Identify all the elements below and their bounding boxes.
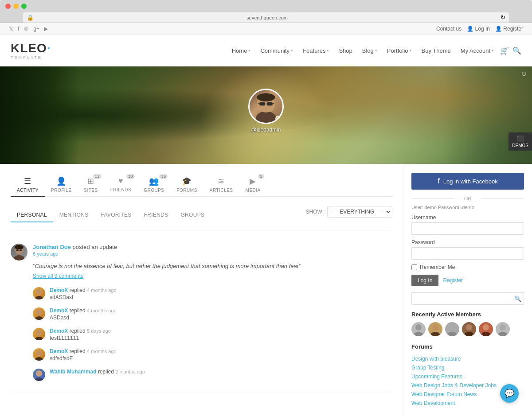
chevron-down-icon: ▾	[248, 48, 250, 53]
maximize-btn[interactable]	[21, 4, 27, 9]
filter-select[interactable]: — EVERYTHING —	[327, 206, 392, 218]
username-input[interactable]	[411, 222, 524, 235]
forum-link-1[interactable]: Design with pleasure	[411, 354, 524, 363]
tab-favorites[interactable]: FAVORITES	[95, 208, 138, 222]
member-avatar-6[interactable]	[496, 322, 510, 336]
google-plus-link[interactable]: g+	[33, 26, 39, 32]
tab-articles[interactable]: ≋ ARTICLES	[203, 173, 239, 196]
comment-5: Wahib Muhammad replied 2 months ago	[33, 365, 392, 385]
comment-2-time: 4 months ago	[87, 308, 117, 313]
tab-activity[interactable]: ☰ ACTIVITY	[11, 173, 45, 197]
media-icon: ▶	[250, 176, 256, 186]
pinterest-link[interactable]: ℗	[23, 26, 29, 32]
close-btn[interactable]	[5, 4, 11, 9]
nav-buy-theme[interactable]: Buy Theme	[418, 45, 454, 57]
nav-portfolio[interactable]: Portfolio ▾	[383, 45, 415, 57]
nav-shop[interactable]: Shop	[335, 45, 356, 57]
demos-badge[interactable]: ⬛ DEMOS	[509, 132, 532, 151]
comment-4-action: replied	[70, 348, 86, 354]
comment-5-action: replied	[98, 369, 114, 375]
tab-forums-label: FORUMS	[176, 188, 197, 193]
facebook-login-button[interactable]: f Log in with Facebook	[411, 173, 524, 190]
search-icon: 🔍	[514, 295, 521, 302]
logo[interactable]: KLEO· TEMPLATE	[11, 41, 51, 60]
login-link[interactable]: 👤 Log In	[467, 26, 490, 32]
show-label: SHOW:	[306, 209, 324, 215]
login-button[interactable]: Log In	[411, 275, 438, 286]
contact-link[interactable]: Contact us	[436, 26, 462, 32]
member-avatar-1[interactable]	[411, 322, 426, 336]
comment-5-user[interactable]: Wahib Muhammad	[50, 369, 97, 375]
tab-forums[interactable]: 🎓 FORUMS	[170, 173, 203, 196]
facebook-link[interactable]: f	[18, 26, 19, 32]
tab-sites[interactable]: ⊞ SITES 11	[78, 173, 104, 196]
search-icon[interactable]: 🔍	[512, 47, 521, 55]
remember-me-checkbox[interactable]	[411, 264, 417, 270]
sites-badge: 11	[93, 174, 102, 179]
profile-avatar[interactable]	[248, 89, 284, 124]
activity-filter: SHOW: — EVERYTHING —	[306, 206, 392, 218]
tab-groups[interactable]: 👥 GROUPS 36	[137, 173, 170, 196]
header: KLEO· TEMPLATE Home ▾ Community ▾ Featur…	[0, 35, 532, 66]
comment-3-avatar[interactable]	[33, 328, 45, 340]
cart-icon[interactable]: 🛒	[500, 47, 509, 55]
twitter-link[interactable]: 𝕏	[9, 26, 13, 32]
post-content: Jonathan Doe posted an update 6 years ag…	[33, 244, 392, 385]
nav-blog[interactable]: Blog ▾	[359, 45, 381, 57]
comment-5-avatar[interactable]	[33, 369, 45, 381]
comment-4-user[interactable]: DemoX	[50, 348, 68, 354]
chat-button[interactable]: 💬	[500, 384, 519, 403]
register-link[interactable]: 👤 Register	[495, 26, 523, 32]
tab-groups-activity[interactable]: GROUPS	[174, 208, 211, 222]
tab-friends[interactable]: ♥ FRIENDS 38	[104, 173, 137, 196]
nav-home[interactable]: Home ▾	[228, 45, 254, 57]
comment-2-user[interactable]: DemoX	[50, 307, 68, 314]
comment-4-avatar[interactable]	[33, 348, 45, 361]
search-button[interactable]: 🔍	[514, 295, 521, 302]
username-label: Username	[411, 214, 524, 221]
youtube-link[interactable]: ▶	[44, 26, 48, 32]
member-avatar-2[interactable]	[428, 322, 442, 336]
search-input[interactable]	[411, 292, 524, 305]
password-input[interactable]	[411, 247, 524, 260]
post-author-name[interactable]: Jonathan Doe	[33, 244, 71, 250]
tab-media[interactable]: ▶ MEDIA 5	[239, 173, 267, 196]
tab-personal[interactable]: PERSONAL	[11, 208, 53, 222]
svg-point-35	[481, 332, 490, 336]
svg-point-34	[483, 324, 489, 330]
refresh-icon[interactable]: ↻	[501, 14, 505, 21]
svg-point-33	[465, 332, 473, 336]
register-link[interactable]: Register	[443, 277, 463, 284]
comment-3-user[interactable]: DemoX	[50, 328, 68, 334]
recently-active-title: Recently Active Members	[411, 311, 524, 318]
chevron-down-icon: ▾	[375, 48, 377, 53]
nav-my-account[interactable]: My Account ▾	[457, 45, 497, 57]
member-avatar-4[interactable]	[462, 322, 476, 336]
comment-2-avatar[interactable]	[33, 307, 45, 320]
nav-features[interactable]: Features ▾	[299, 45, 332, 57]
show-comments-link[interactable]: Show all 9 comments	[33, 273, 392, 279]
comment-4-content: DemoX replied 4 months ago sdfsdfsdF	[50, 348, 392, 362]
tab-mentions[interactable]: MENTIONS	[53, 208, 95, 222]
main-panel: ☰ ACTIVITY 👤 PROFILE ⊞ SITES 11 ♥ FRIEND…	[0, 164, 403, 416]
minimize-btn[interactable]	[13, 4, 19, 9]
forum-link-2[interactable]: Group Testing	[411, 363, 524, 372]
svg-rect-4	[267, 102, 273, 105]
main-content: ☰ ACTIVITY 👤 PROFILE ⊞ SITES 11 ♥ FRIEND…	[0, 164, 532, 416]
post-author-avatar[interactable]	[11, 244, 27, 260]
svg-rect-3	[259, 102, 265, 105]
tab-friends-activity[interactable]: FRIENDS	[138, 208, 175, 222]
tab-profile[interactable]: 👤 PROFILE	[45, 173, 78, 196]
member-avatar-5[interactable]	[479, 322, 493, 336]
main-nav: Home ▾ Community ▾ Features ▾ Shop Blog …	[228, 45, 521, 57]
toggle-icon[interactable]: ⊙	[521, 70, 527, 77]
profile-verified-badge	[275, 116, 282, 122]
tab-articles-label: ARTICLES	[210, 188, 233, 193]
forum-link-3[interactable]: Upcomming Features	[411, 372, 524, 381]
nav-community[interactable]: Community ▾	[257, 45, 297, 57]
svg-rect-13	[20, 249, 22, 251]
comment-1-avatar[interactable]	[33, 287, 45, 299]
comment-1-user[interactable]: DemoX	[50, 287, 68, 293]
member-avatar-3[interactable]	[445, 322, 459, 336]
svg-point-16	[36, 289, 42, 295]
